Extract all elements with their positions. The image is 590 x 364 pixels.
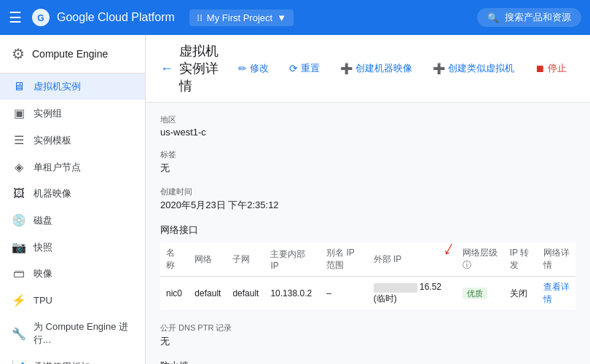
compute-engine-icon: ⚙: [12, 45, 25, 63]
table-header-row: 名称 网络 子网 主要内部 IP 别名 IP 范围 外部 IP 网络层级 ⓘ I…: [160, 242, 575, 277]
created-label: 创建时间: [160, 186, 575, 197]
cell-name: nic0: [160, 277, 189, 311]
create-similar-icon: ➕: [433, 63, 445, 74]
tags-section: 标签 无: [160, 149, 575, 175]
col-external-ip: 外部 IP: [368, 242, 457, 277]
reset-label: 重置: [301, 62, 320, 75]
cell-network: default: [189, 277, 227, 311]
blurred-ip: [374, 283, 417, 293]
stop-label: 停止: [548, 62, 567, 75]
sole-tenant-icon: ◈: [12, 160, 26, 174]
dns-value: 无: [160, 335, 575, 348]
detail-content: 地区 us-west1-c 标签 无 创建时间 2020年5月23日 下午2:3…: [146, 103, 590, 364]
firewall-title: 防火墙: [160, 360, 575, 364]
sidebar-item-commitment[interactable]: 📊 承诺使用折扣: [0, 353, 145, 364]
dns-section: 公开 DNS PTR 记录 无: [160, 323, 575, 348]
sidebar-item-instance-templates[interactable]: ☰ 实例模板: [0, 127, 145, 154]
cell-alias-ip: –: [320, 277, 367, 311]
vm-instances-icon: 🖥: [12, 80, 26, 93]
tpu-icon: ⚡: [12, 293, 26, 307]
snapshots-icon: 📷: [12, 240, 26, 254]
google-cloud-logo-icon: G: [31, 7, 51, 28]
sidebar-item-label: 机器映像: [34, 187, 71, 200]
instance-templates-icon: ☰: [12, 133, 26, 147]
tags-value: 无: [160, 162, 575, 175]
sidebar-item-label: 实例组: [34, 107, 62, 120]
sidebar-item-for-compute[interactable]: 🔧 为 Compute Engine 进行...: [0, 314, 145, 353]
region-section: 地区 us-west1-c: [160, 114, 575, 138]
project-name: My First Project: [207, 12, 272, 23]
project-selector[interactable]: ⁞⁞ My First Project ▼: [189, 9, 294, 26]
created-value: 2020年5月23日 下午2:35:12: [160, 199, 575, 212]
sidebar-item-machine-images[interactable]: 🖼 机器映像: [0, 181, 145, 207]
create-image-label: 创建机器映像: [355, 62, 412, 75]
sidebar-item-label: TPU: [34, 295, 52, 306]
firewall-section: 防火墙 ☑ ✓ 允许 HTTP 流量 ☑ ✓ 允许 HTTPS 流量: [160, 360, 575, 364]
sidebar-item-label: 映像: [34, 267, 52, 280]
col-name: 名称: [160, 242, 189, 277]
create-similar-button[interactable]: ➕ 创建类似虚拟机: [424, 58, 523, 79]
col-subnet: 子网: [227, 242, 264, 277]
edit-icon: ✏: [238, 63, 247, 74]
instance-groups-icon: ▣: [12, 106, 26, 120]
sidebar: ⚙ Compute Engine 🖥 虚拟机实例 ▣ 实例组 ☰ 实例模板 ◈ …: [0, 35, 146, 364]
cell-detail-link[interactable]: 查看详情: [538, 277, 575, 311]
create-image-icon: ➕: [340, 63, 353, 74]
nav-logo-text: Google Cloud Platform: [57, 11, 175, 24]
for-compute-icon: 🔧: [12, 327, 26, 341]
top-nav: ☰ G Google Cloud Platform ⁞⁞ My First Pr…: [0, 0, 590, 35]
main-layout: ⚙ Compute Engine 🖥 虚拟机实例 ▣ 实例组 ☰ 实例模板 ◈ …: [0, 35, 590, 364]
col-internal-ip: 主要内部 IP: [264, 242, 320, 277]
annotation-arrow-2: ↓: [587, 236, 590, 261]
create-similar-label: 创建类似虚拟机: [448, 62, 514, 75]
stop-button[interactable]: ⏹ 停止: [526, 58, 575, 79]
project-dropdown-icon: ▼: [277, 12, 286, 23]
region-value: us-west1-c: [160, 127, 575, 138]
sidebar-item-sole-tenant[interactable]: ◈ 单租户节点: [0, 154, 145, 181]
sidebar-item-label: 为 Compute Engine 进行...: [34, 320, 133, 347]
page-title: 虚拟机实例详情: [179, 42, 224, 95]
back-button[interactable]: ←: [160, 61, 173, 76]
reset-button[interactable]: ⟳ 重置: [280, 58, 329, 79]
quality-badge: 优质: [463, 288, 487, 299]
view-detail-link[interactable]: 查看详情: [543, 282, 570, 304]
sidebar-item-label: 磁盘: [34, 214, 52, 227]
network-interface-section: 网络接口 名称 网络 子网 主要内部 IP 别名 IP 范围 外部 IP 网络层: [160, 223, 575, 311]
col-network-detail: 网络详情: [538, 242, 575, 277]
header-actions: ✏ 修改 ⟳ 重置 ➕ 创建机器映像 ➕ 创建类似虚拟机 ⏹ 停止: [229, 58, 575, 79]
machine-images-icon: 🖼: [12, 187, 26, 200]
col-ip-forward: IP 转发: [504, 242, 538, 277]
cell-subnet: default: [227, 277, 264, 311]
edit-button[interactable]: ✏ 修改: [229, 58, 278, 79]
sidebar-item-vm-instances[interactable]: 🖥 虚拟机实例: [0, 74, 145, 100]
content-area: ← 虚拟机实例详情 ✏ 修改 ⟳ 重置 ➕ 创建机器映像 ➕ 创建类似虚拟机: [146, 35, 590, 364]
sidebar-item-label: 承诺使用折扣: [34, 360, 90, 365]
project-icon: ⁞⁞: [197, 12, 202, 23]
cell-ip-forward: 关闭: [504, 277, 538, 311]
menu-icon[interactable]: ☰: [9, 9, 22, 26]
region-label: 地区: [160, 114, 575, 125]
sidebar-item-snapshots[interactable]: 📷 快照: [0, 234, 145, 261]
cell-quality: 优质: [457, 277, 503, 311]
sidebar-item-label: 实例模板: [34, 134, 71, 147]
search-icon: 🔍: [487, 12, 499, 23]
sidebar-item-disks[interactable]: 💿 磁盘: [0, 207, 145, 234]
stop-icon: ⏹: [535, 63, 545, 74]
sidebar-item-tpu[interactable]: ⚡ TPU: [0, 287, 145, 314]
sidebar-header: ⚙ Compute Engine: [0, 35, 145, 74]
cell-external-ip: 16.52 (临时): [368, 277, 457, 311]
images-icon: 🗃: [12, 267, 26, 280]
col-network: 网络: [189, 242, 227, 277]
dns-title: 公开 DNS PTR 记录: [160, 323, 575, 333]
search-bar[interactable]: 🔍 搜索产品和资源: [477, 8, 581, 27]
sidebar-item-images[interactable]: 🗃 映像: [0, 261, 145, 287]
create-image-button[interactable]: ➕ 创建机器映像: [331, 58, 421, 79]
table-row: nic0 default default 10.138.0.2 – 16.52 …: [160, 277, 575, 311]
created-section: 创建时间 2020年5月23日 下午2:35:12: [160, 186, 575, 212]
col-network-tier: 网络层级 ⓘ: [457, 242, 503, 277]
sidebar-item-label: 快照: [34, 241, 52, 254]
sidebar-item-label: 虚拟机实例: [34, 80, 81, 93]
sidebar-item-instance-groups[interactable]: ▣ 实例组: [0, 100, 145, 127]
edit-label: 修改: [250, 62, 269, 75]
nav-logo: G Google Cloud Platform: [31, 7, 175, 28]
